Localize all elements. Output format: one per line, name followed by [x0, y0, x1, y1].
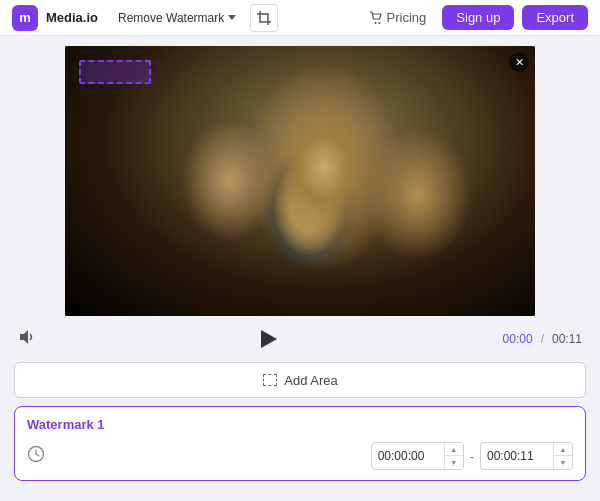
export-button[interactable]: Export: [522, 5, 588, 30]
add-area-label: Add Area: [284, 373, 338, 388]
video-wrapper: ✕: [14, 46, 586, 316]
video-content: [65, 46, 535, 316]
signup-button[interactable]: Sign up: [442, 5, 514, 30]
svg-line-10: [36, 454, 39, 456]
end-time-down-button[interactable]: ▼: [554, 456, 572, 469]
current-time: 00:00: [503, 332, 533, 346]
watermark-number-colored: 1: [97, 417, 104, 432]
pricing-button[interactable]: Pricing: [361, 6, 435, 29]
playback-controls: 00:00 / 00:11: [14, 324, 586, 354]
play-icon: [261, 330, 277, 348]
close-button[interactable]: ✕: [509, 52, 529, 72]
total-time: 00:11: [552, 332, 582, 346]
end-time-input-box: ▲ ▼: [480, 442, 573, 470]
export-label: Export: [536, 10, 574, 25]
end-time-up-button[interactable]: ▲: [554, 443, 572, 456]
add-area-icon: [262, 372, 278, 388]
start-time-input[interactable]: [372, 445, 444, 467]
pricing-label: Pricing: [387, 10, 427, 25]
add-area-button[interactable]: Add Area: [14, 362, 586, 398]
svg-point-6: [378, 22, 380, 24]
start-time-up-button[interactable]: ▲: [445, 443, 463, 456]
watermark-selection-box[interactable]: [79, 60, 151, 84]
video-player: ✕: [65, 46, 535, 316]
crop-icon[interactable]: [250, 4, 278, 32]
watermark-title: Watermark 1: [27, 417, 573, 432]
time-range-separator: -: [470, 449, 474, 464]
svg-point-5: [374, 22, 376, 24]
time-separator: /: [541, 332, 544, 346]
app-header: m Media.io Remove Watermark Pricing Sign…: [0, 0, 600, 36]
start-time-spinner: ▲ ▼: [444, 443, 463, 469]
cart-icon: [369, 11, 383, 25]
watermark-controls: ▲ ▼ - ▲ ▼: [27, 442, 573, 470]
chevron-down-icon: [228, 15, 236, 20]
volume-icon[interactable]: [18, 328, 36, 350]
app-logo: m: [12, 5, 38, 31]
end-time-input[interactable]: [481, 445, 553, 467]
clock-icon: [27, 445, 45, 467]
main-content: ✕ 00:00 / 00:11 Add Area Watermark 1: [0, 36, 600, 491]
app-name: Media.io: [46, 10, 98, 25]
watermark-card: Watermark 1 ▲ ▼ -: [14, 406, 586, 481]
svg-rect-0: [260, 14, 268, 22]
logo-letter: m: [19, 10, 31, 25]
remove-watermark-button[interactable]: Remove Watermark: [112, 8, 242, 28]
time-input-group: ▲ ▼ - ▲ ▼: [371, 442, 573, 470]
start-time-input-box: ▲ ▼: [371, 442, 464, 470]
remove-watermark-label: Remove Watermark: [118, 11, 224, 25]
start-time-down-button[interactable]: ▼: [445, 456, 463, 469]
end-time-spinner: ▲ ▼: [553, 443, 572, 469]
video-background: [65, 46, 535, 316]
signup-label: Sign up: [456, 10, 500, 25]
svg-marker-7: [20, 330, 28, 344]
play-button[interactable]: [44, 330, 495, 348]
